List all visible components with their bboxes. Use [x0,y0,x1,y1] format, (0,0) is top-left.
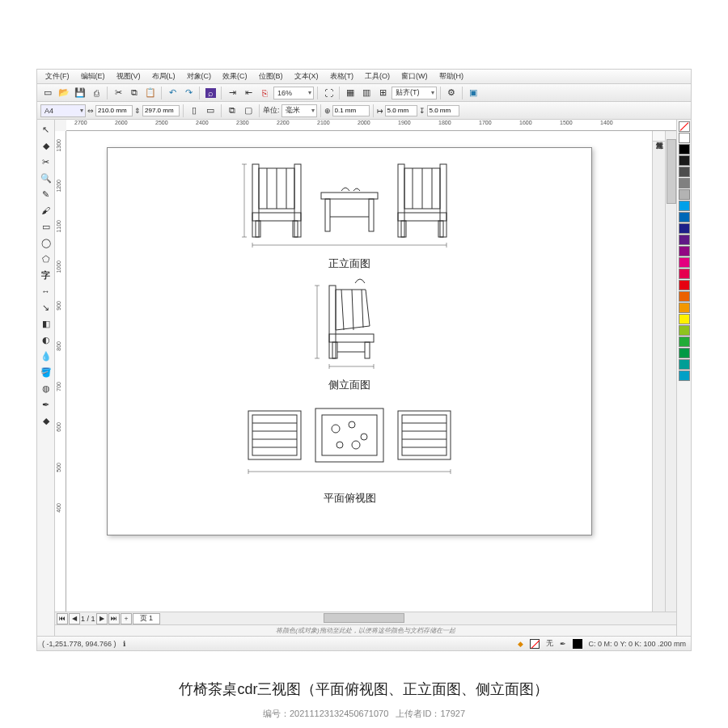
snap-dropdown[interactable]: 贴齐(T) [392,87,437,99]
color-swatch[interactable] [679,303,690,313]
text-tool[interactable]: 字 [38,267,54,283]
undo-button[interactable]: ↶ [165,86,180,100]
import-button[interactable]: ⇥ [225,86,239,100]
menu-file[interactable]: 文件(F) [40,70,74,83]
color-swatch[interactable] [679,269,690,279]
horizontal-ruler[interactable]: 2700 2600 2500 2400 2300 2200 2100 2000 … [66,120,676,131]
eyedropper-tool[interactable]: 💧 [38,348,54,364]
color-swatch[interactable] [679,359,690,370]
polygon-tool[interactable]: ⬠ [38,251,54,267]
zoom-dropdown[interactable]: 16% [273,87,314,99]
docker-panel[interactable]: 对象属性 [652,131,665,612]
copy-button[interactable]: ⧉ [127,86,142,100]
next-page-button[interactable]: ▶ [96,613,108,624]
color-swatch[interactable] [679,189,690,200]
outline-color-swatch[interactable] [573,639,582,649]
add-page-button[interactable]: ＋ [121,613,132,624]
dup-x-input[interactable] [385,105,417,116]
color-swatch[interactable] [679,133,690,143]
menu-bitmap[interactable]: 位图(B) [254,70,288,83]
scrollbar-thumb[interactable] [324,613,404,623]
artistic-media-tool[interactable]: 🖌 [38,202,54,218]
cut-button[interactable]: ✂ [111,86,125,100]
show-grid-button[interactable]: ▥ [359,86,374,100]
color-swatch[interactable] [679,348,690,358]
color-swatch[interactable] [679,167,690,177]
all-pages-button[interactable]: ⧉ [225,104,239,118]
color-swatch[interactable] [679,155,690,166]
first-page-button[interactable]: ⏮ [57,613,68,624]
vertical-ruler[interactable]: 1300 1200 1100 1000 900 800 700 600 500 … [55,131,66,612]
scrollbar-thumb[interactable] [667,139,676,204]
no-fill-swatch[interactable] [530,639,540,649]
menu-view[interactable]: 视图(V) [112,70,146,83]
color-swatch[interactable] [679,201,690,211]
color-swatch[interactable] [679,257,690,268]
page-size-dropdown[interactable]: A4 [40,104,86,117]
color-swatch[interactable] [679,314,690,324]
connector-tool[interactable]: ↘ [38,299,54,315]
color-swatch[interactable] [679,144,690,154]
menu-edit[interactable]: 编辑(E) [76,70,110,83]
ellipse-tool[interactable]: ◯ [38,235,54,251]
transparency-tool[interactable]: ◐ [38,332,54,348]
smart-fill-tool[interactable]: ◍ [38,380,54,396]
fullscreen-button[interactable]: ⛶ [321,86,336,100]
options-button[interactable]: ⚙ [444,86,459,100]
color-swatch[interactable] [679,212,690,222]
show-guides-button[interactable]: ⊞ [375,86,390,100]
publish-button[interactable]: ⎘ [257,86,272,100]
prev-page-button[interactable]: ◀ [69,613,80,624]
vertical-scrollbar[interactable] [665,131,676,612]
interactive-fill-tool[interactable]: 🪣 [38,364,54,380]
outline-tool[interactable]: ✒ [38,396,54,413]
units-dropdown[interactable]: 毫米 [281,104,317,117]
color-swatch[interactable] [679,325,690,336]
menu-table[interactable]: 表格(T) [325,70,359,83]
canvas[interactable]: 正立面图 [66,131,665,612]
new-button[interactable]: ▭ [40,86,55,100]
page-height-input[interactable] [142,105,180,116]
drop-shadow-tool[interactable]: ◧ [38,315,54,332]
menu-effects[interactable]: 效果(C) [218,70,252,83]
zoom-tool[interactable]: 🔍 [38,170,54,186]
menu-text[interactable]: 文本(X) [290,70,324,83]
docker-tab-object-properties[interactable]: 对象属性 [653,131,665,142]
save-button[interactable]: 💾 [73,86,87,100]
pick-tool[interactable]: ↖ [38,121,54,138]
color-swatch[interactable] [679,178,690,188]
nudge-input[interactable] [332,105,370,116]
swatch-none[interactable] [679,121,690,132]
crop-tool[interactable]: ✂ [38,154,54,170]
print-button[interactable]: ⎙ [89,86,104,100]
color-swatch[interactable] [679,336,690,347]
parallel-dim-tool[interactable]: ↔ [38,283,54,299]
color-swatch[interactable] [679,370,690,381]
redo-button[interactable]: ↷ [181,86,196,100]
menu-tools[interactable]: 工具(O) [360,70,395,83]
menu-help[interactable]: 帮助(H) [434,70,469,83]
rectangle-tool[interactable]: ▭ [38,218,54,235]
current-page-button[interactable]: ▢ [241,104,256,118]
color-swatch[interactable] [679,291,690,302]
fill-tool[interactable]: ◆ [38,413,54,429]
open-button[interactable]: 📂 [57,86,71,100]
color-swatch[interactable] [679,223,690,234]
menu-object[interactable]: 对象(C) [182,70,217,83]
freehand-tool[interactable]: ✎ [38,186,54,202]
color-swatch[interactable] [679,235,690,245]
menu-layout[interactable]: 布局(L) [147,70,180,83]
color-swatch[interactable] [679,280,690,290]
page-width-input[interactable] [95,105,133,116]
export-button[interactable]: ⇤ [241,86,256,100]
paste-button[interactable]: 📋 [143,86,158,100]
launch-button[interactable]: ▣ [466,86,480,100]
show-rulers-button[interactable]: ▦ [343,86,358,100]
color-swatch[interactable] [679,246,690,256]
dup-y-input[interactable] [427,105,459,116]
page-tab-1[interactable]: 页 1 [133,613,161,624]
menu-window[interactable]: 窗口(W) [396,70,433,83]
horizontal-scrollbar[interactable] [162,612,676,624]
shape-tool[interactable]: ◆ [38,138,54,154]
last-page-button[interactable]: ⏭ [108,613,120,624]
